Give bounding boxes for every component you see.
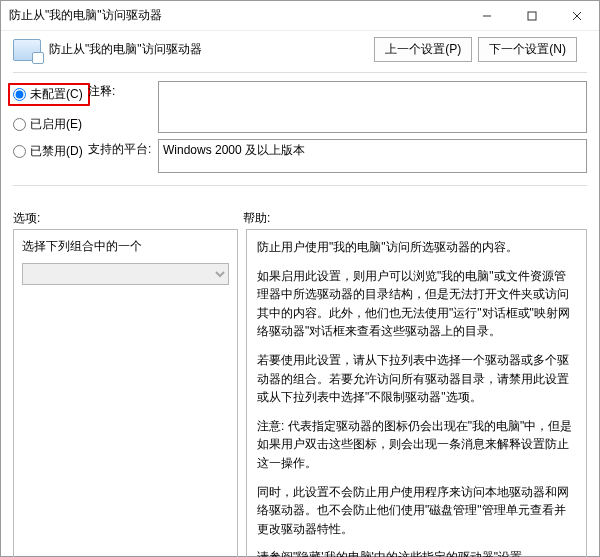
options-instruction: 选择下列组合中的一个 bbox=[22, 238, 229, 255]
config-row: 未配置(C) 已启用(E) 已禁用(D) 注释: 支持的平台: bbox=[13, 81, 587, 173]
dialog-window: 防止从"我的电脑"访问驱动器 防止从"我的电脑"访问驱动器 上一个设置(P) 下… bbox=[0, 0, 600, 557]
platform-label: 支持的平台: bbox=[88, 139, 152, 158]
platform-value: Windows 2000 及以上版本 bbox=[158, 139, 587, 173]
divider bbox=[13, 185, 587, 186]
maximize-icon[interactable] bbox=[509, 1, 554, 31]
radio-enabled[interactable]: 已启用(E) bbox=[13, 116, 88, 133]
policy-title: 防止从"我的电脑"访问驱动器 bbox=[49, 41, 202, 58]
help-pane[interactable]: 防止用户使用"我的电脑"访问所选驱动器的内容。 如果启用此设置，则用户可以浏览"… bbox=[246, 229, 587, 557]
comment-label: 注释: bbox=[88, 81, 152, 100]
radio-not-configured-input[interactable] bbox=[13, 88, 26, 101]
comment-input[interactable] bbox=[158, 81, 587, 133]
right-column: 注释: 支持的平台: Windows 2000 及以上版本 bbox=[88, 81, 587, 173]
platform-field: 支持的平台: Windows 2000 及以上版本 bbox=[88, 139, 587, 173]
radio-enabled-label: 已启用(E) bbox=[30, 116, 82, 133]
window-title: 防止从"我的电脑"访问驱动器 bbox=[9, 7, 162, 24]
options-pane: 选择下列组合中的一个 bbox=[13, 229, 238, 557]
radio-group: 未配置(C) 已启用(E) 已禁用(D) bbox=[13, 81, 88, 173]
lower-panes: 选择下列组合中的一个 防止用户使用"我的电脑"访问所选驱动器的内容。 如果启用此… bbox=[13, 229, 587, 557]
radio-enabled-input[interactable] bbox=[13, 118, 26, 131]
nav-buttons: 上一个设置(P) 下一个设置(N) bbox=[374, 37, 577, 62]
svg-rect-1 bbox=[528, 12, 536, 20]
help-label: 帮助: bbox=[243, 210, 587, 227]
drive-combo[interactable] bbox=[22, 263, 229, 285]
help-p2: 如果启用此设置，则用户可以浏览"我的电脑"或文件资源管理器中所选驱动器的目录结构… bbox=[257, 267, 576, 341]
help-p1: 防止用户使用"我的电脑"访问所选驱动器的内容。 bbox=[257, 238, 576, 257]
help-p6: 请参阅"隐藏'我的电脑'中的这些指定的驱动器"设置。 bbox=[257, 548, 576, 557]
prev-setting-button[interactable]: 上一个设置(P) bbox=[374, 37, 472, 62]
help-p4: 注意: 代表指定驱动器的图标仍会出现在"我的电脑"中，但是如果用户双击这些图标，… bbox=[257, 417, 576, 473]
policy-icon bbox=[13, 39, 41, 61]
content-area: 防止从"我的电脑"访问驱动器 上一个设置(P) 下一个设置(N) 未配置(C) … bbox=[1, 31, 599, 557]
radio-not-configured[interactable]: 未配置(C) bbox=[8, 83, 90, 106]
radio-disabled[interactable]: 已禁用(D) bbox=[13, 143, 88, 160]
comment-field: 注释: bbox=[88, 81, 587, 133]
radio-not-configured-label: 未配置(C) bbox=[30, 86, 83, 103]
platform-text: Windows 2000 及以上版本 bbox=[163, 142, 305, 159]
section-labels: 选项: 帮助: bbox=[13, 210, 587, 227]
divider bbox=[13, 72, 587, 73]
help-p5: 同时，此设置不会防止用户使用程序来访问本地驱动器和网络驱动器。也不会防止他们使用… bbox=[257, 483, 576, 539]
help-p3: 若要使用此设置，请从下拉列表中选择一个驱动器或多个驱动器的组合。若要允许访问所有… bbox=[257, 351, 576, 407]
policy-header: 防止从"我的电脑"访问驱动器 上一个设置(P) 下一个设置(N) bbox=[13, 37, 587, 62]
titlebar: 防止从"我的电脑"访问驱动器 bbox=[1, 1, 599, 31]
next-setting-button[interactable]: 下一个设置(N) bbox=[478, 37, 577, 62]
minimize-icon[interactable] bbox=[464, 1, 509, 31]
options-label: 选项: bbox=[13, 210, 243, 227]
radio-disabled-input[interactable] bbox=[13, 145, 26, 158]
radio-disabled-label: 已禁用(D) bbox=[30, 143, 83, 160]
close-icon[interactable] bbox=[554, 1, 599, 31]
